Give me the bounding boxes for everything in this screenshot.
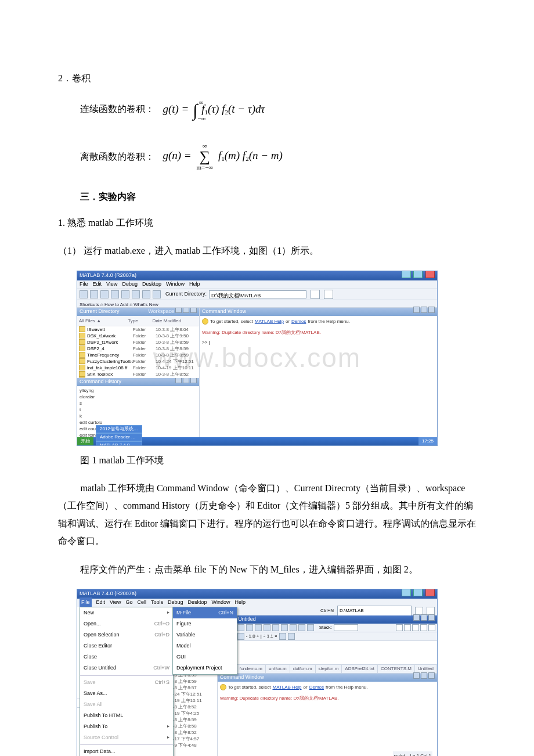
- file-row[interactable]: DSP2_t1#workFolder10-3-8 上午8:59: [77, 339, 199, 345]
- editor-tab[interactable]: untfcn.m: [266, 664, 290, 673]
- cd-path-input[interactable]: D:\我的文档\MATLAB: [209, 290, 306, 298]
- editor-header[interactable]: Editor - Untitled: [218, 615, 437, 624]
- help-icon[interactable]: [153, 290, 161, 298]
- menu-bar[interactable]: FileEditViewDebugDesktopWindowHelp: [77, 280, 437, 289]
- menu-item-open-selection[interactable]: Open SelectionCtrl+D: [80, 629, 173, 640]
- menu-tools[interactable]: Tools: [151, 597, 163, 607]
- panel-dock-icon[interactable]: [413, 307, 420, 313]
- paste-icon[interactable]: [121, 290, 129, 298]
- demos-link[interactable]: Demos: [291, 317, 306, 326]
- menu-item-new[interactable]: New: [80, 607, 173, 618]
- start-button[interactable]: 开始: [77, 437, 93, 445]
- minimize-icon[interactable]: [402, 589, 411, 596]
- paste-icon[interactable]: [272, 624, 279, 631]
- submenu-item-m-file[interactable]: M-FileCtrl+N: [173, 607, 237, 618]
- close-icon[interactable]: [425, 589, 435, 596]
- maximize-icon[interactable]: [413, 271, 423, 278]
- panel-close-icon[interactable]: [190, 378, 197, 383]
- browse-icon[interactable]: [311, 290, 320, 299]
- redo-icon[interactable]: [290, 624, 297, 631]
- file-row[interactable]: DSK_t1#workFolder10-3-8 上午9:50: [77, 333, 199, 339]
- taskbar[interactable]: 开始 2012信号与系统…Adobe Reader …MATLAB 7.4.0……: [77, 437, 437, 445]
- editor-toolbar[interactable]: Stack:: [218, 624, 437, 632]
- taskbar-item[interactable]: MATLAB 7.4.0…: [96, 441, 142, 446]
- file-row[interactable]: ISwavettFolder10-3-8 上午8:04: [77, 326, 199, 333]
- panel-close-icon[interactable]: [190, 308, 197, 313]
- demos-link[interactable]: Demos: [309, 683, 324, 692]
- print-icon[interactable]: [246, 624, 253, 631]
- menu-cell[interactable]: Cell: [137, 597, 146, 607]
- command-history-header[interactable]: Command History: [77, 378, 199, 386]
- new-file-icon[interactable]: [80, 290, 88, 298]
- copy-icon[interactable]: [111, 290, 119, 298]
- menu-desktop[interactable]: Desktop: [187, 597, 207, 607]
- minimize-icon[interactable]: [402, 271, 411, 278]
- editor-tab[interactable]: dotfcm.m: [290, 664, 316, 673]
- history-item[interactable]: k: [80, 413, 197, 419]
- menu-item-close-untitled[interactable]: Close UntitledCtrl+W: [80, 663, 173, 674]
- toolbar[interactable]: Current Directory: D:\我的文档\MATLAB: [77, 289, 437, 300]
- menu-debug[interactable]: Debug: [122, 279, 138, 289]
- panel-dock-icon[interactable]: [413, 614, 420, 621]
- editor-tab[interactable]: Untitled: [415, 664, 437, 673]
- file-row[interactable]: TimeFrequencyFolder10-3-8 上午8:59: [77, 352, 199, 358]
- up-dir-icon[interactable]: [324, 290, 333, 299]
- matlab-help-link[interactable]: MATLAB Help: [255, 317, 284, 326]
- menu-view[interactable]: View: [106, 279, 117, 289]
- file-menu-dropdown[interactable]: NewOpen...Ctrl+OOpen SelectionCtrl+DClos…: [80, 607, 174, 756]
- redo-icon[interactable]: [142, 290, 150, 298]
- system-tray[interactable]: 17:25: [418, 437, 437, 445]
- panel-dock-icon[interactable]: [413, 672, 420, 679]
- history-item[interactable]: t: [80, 406, 197, 413]
- menu-file[interactable]: File: [80, 279, 88, 289]
- file-list[interactable]: All Files ▲ Type Date Modified ISwavettF…: [77, 316, 199, 378]
- up-dir-icon[interactable]: [427, 607, 435, 615]
- cut-icon[interactable]: [255, 624, 262, 631]
- find-icon[interactable]: [298, 624, 305, 631]
- split-h-icon[interactable]: [396, 624, 403, 631]
- submenu-item-model[interactable]: Model: [173, 640, 237, 651]
- copy-icon[interactable]: [264, 624, 270, 631]
- menu-item-close[interactable]: Close: [80, 651, 173, 663]
- taskbar-item[interactable]: 2012信号与系统…: [96, 425, 142, 433]
- panel-hide-icon[interactable]: [183, 378, 189, 383]
- submenu-item-deployment-project[interactable]: Deployment Project: [173, 663, 237, 674]
- col-date[interactable]: Date Modified: [153, 316, 197, 325]
- close-tab-icon[interactable]: [428, 624, 435, 631]
- panel-hide-icon[interactable]: [421, 307, 427, 313]
- menu-item-publish-to[interactable]: Publish To: [80, 721, 173, 732]
- browse-icon[interactable]: [415, 607, 423, 615]
- current-directory-header[interactable]: Current Directory Workspace: [77, 308, 199, 316]
- panel-close-icon[interactable]: [428, 672, 435, 679]
- panel-dock-icon[interactable]: [175, 378, 182, 383]
- menu-debug[interactable]: Debug: [168, 597, 183, 607]
- menu-edit[interactable]: Edit: [93, 279, 102, 289]
- menu-window[interactable]: Window: [166, 279, 185, 289]
- cd-path-input[interactable]: D:\MATLAB: [337, 606, 412, 615]
- history-item[interactable]: cloralar: [80, 394, 197, 400]
- run-icon[interactable]: [307, 624, 314, 631]
- undo-icon[interactable]: [281, 624, 288, 631]
- menu-item-save-as-[interactable]: Save As...: [80, 688, 173, 699]
- col-type[interactable]: Type: [128, 316, 152, 325]
- menu-help[interactable]: Help: [189, 279, 200, 289]
- menu-file[interactable]: File: [80, 597, 92, 607]
- menu-item-open-[interactable]: Open...Ctrl+O: [80, 618, 173, 629]
- editor-tab[interactable]: ADSPref24.txt: [342, 664, 378, 673]
- panel-hide-icon[interactable]: [183, 308, 189, 313]
- save-icon[interactable]: [237, 624, 244, 631]
- menu-item-import-data-[interactable]: Import Data...: [80, 746, 173, 756]
- command-window-header[interactable]: Command Window: [200, 308, 437, 316]
- submenu-item-variable[interactable]: Variable: [173, 629, 237, 640]
- editor-tabs[interactable]: ex1.mfcndemo.muntfcn.mdotfcm.mstepfcn.mA…: [218, 664, 437, 673]
- undo-icon[interactable]: [132, 290, 140, 298]
- menu-window[interactable]: Window: [212, 597, 230, 607]
- cut-icon[interactable]: [100, 290, 109, 298]
- editor-text-area[interactable]: [218, 641, 437, 664]
- cell-advance-icon[interactable]: [237, 633, 244, 640]
- float-icon[interactable]: [420, 624, 427, 631]
- matlab-help-link[interactable]: MATLAB Help: [272, 683, 301, 692]
- panel-hide-icon[interactable]: [421, 672, 427, 679]
- submenu-item-gui[interactable]: GUI: [173, 651, 237, 663]
- menu-edit[interactable]: Edit: [96, 597, 106, 607]
